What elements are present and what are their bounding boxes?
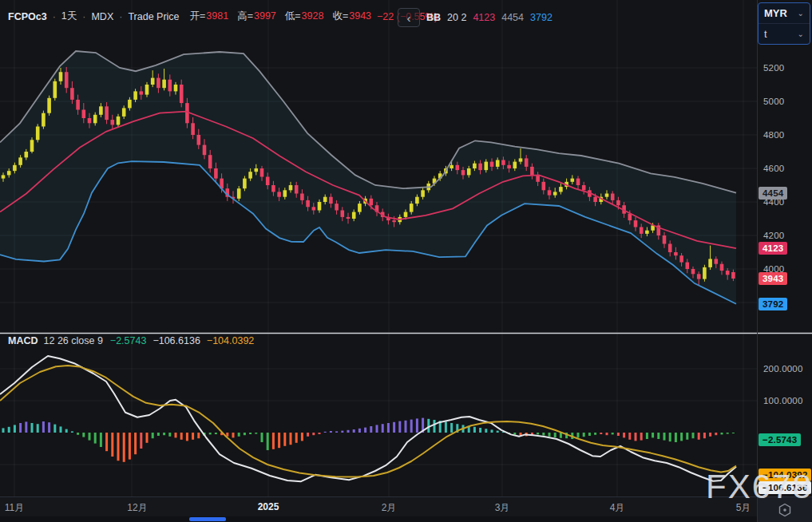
time-axis-label: 3月 bbox=[495, 501, 510, 515]
price-badge: 4454 bbox=[759, 187, 787, 200]
horizontal-scrollbar-thumb[interactable] bbox=[189, 517, 226, 521]
price-badge: 4123 bbox=[759, 242, 787, 255]
hexagon-settings-icon[interactable] bbox=[777, 502, 793, 518]
macd-value: −106.6136 bbox=[152, 335, 200, 346]
time-axis-label: 5月 bbox=[736, 501, 751, 515]
axis-settings-corner[interactable] bbox=[758, 497, 812, 522]
ohlc-item: 高=3997 bbox=[236, 10, 276, 23]
price-badge: −2.5743 bbox=[759, 433, 801, 446]
ohlc-item: 开=3981 bbox=[188, 10, 229, 23]
ohlc-values: 开=3981高=3997低=3928收=3943 bbox=[188, 10, 372, 23]
macd-values: −2.5743−106.6136−104.0392 bbox=[110, 335, 254, 346]
symbol-name[interactable]: FCPOc3 bbox=[8, 11, 47, 22]
price-badge: −104.0392 bbox=[759, 469, 811, 481]
symbol-header: FCPOc3 · 1天 · MDX · Trade Price 开=3981高=… bbox=[8, 10, 438, 23]
axis-tick-label: 4200 bbox=[763, 231, 784, 240]
bb-value: 4123 bbox=[473, 12, 495, 23]
unit-dropdown[interactable]: t ⌄ bbox=[759, 23, 810, 44]
macd-legend: MACD 12 26 close 9 −2.5743−106.6136−104.… bbox=[8, 335, 254, 346]
interval-label[interactable]: 1天 bbox=[61, 10, 77, 23]
bb-value: 4454 bbox=[501, 12, 524, 23]
chart-canvas[interactable] bbox=[0, 0, 812, 522]
time-axis-label: 11月 bbox=[5, 501, 24, 515]
bb-params: 20 2 bbox=[447, 12, 466, 23]
axis-tick-label: 4800 bbox=[763, 130, 784, 140]
bollinger-legend: ‹ BB 20 2 412344543792 bbox=[398, 8, 553, 27]
axis-tick-label: 4600 bbox=[763, 164, 784, 173]
macd-value: −2.5743 bbox=[110, 335, 147, 346]
time-axis-label: 2025 bbox=[258, 501, 279, 512]
ohlc-item: 低=3928 bbox=[283, 10, 324, 23]
ohlc-item: 收=3943 bbox=[331, 10, 371, 23]
currency-dropdown[interactable]: MYR ⌄ bbox=[759, 3, 810, 23]
chevron-down-icon: ⌄ bbox=[798, 30, 804, 38]
macd-params: 12 26 close 9 bbox=[44, 335, 103, 346]
time-axis-label: 2月 bbox=[382, 501, 397, 515]
price-badge: 3943 bbox=[759, 272, 787, 285]
time-axis-label: 12月 bbox=[127, 501, 147, 515]
macd-value: −104.0392 bbox=[207, 335, 254, 346]
chevron-down-icon: ⌄ bbox=[798, 9, 804, 18]
axis-tick-label: 200.0000 bbox=[763, 364, 803, 374]
axis-tick-label: 5200 bbox=[763, 63, 784, 73]
macd-name[interactable]: MACD bbox=[8, 335, 38, 346]
bb-value: 3792 bbox=[530, 12, 553, 23]
price-badge: −106.6136 bbox=[759, 481, 811, 494]
exchange-label: MDX bbox=[91, 11, 113, 22]
price-badge: 3792 bbox=[759, 298, 787, 310]
currency-unit-selector: MYR ⌄ t ⌄ bbox=[758, 2, 810, 45]
collapse-indicator-button[interactable]: ‹ bbox=[398, 8, 420, 27]
time-axis-label: 4月 bbox=[610, 501, 625, 515]
trading-chart-window: FCPOc3 · 1天 · MDX · Trade Price 开=3981高=… bbox=[0, 0, 812, 522]
bb-name[interactable]: BB bbox=[426, 12, 441, 23]
axis-tick-label: 5000 bbox=[763, 97, 784, 106]
axis-tick-label: 100.0000 bbox=[763, 396, 803, 405]
bb-values: 412344543792 bbox=[473, 12, 552, 23]
price-type-label: Trade Price bbox=[128, 11, 179, 22]
